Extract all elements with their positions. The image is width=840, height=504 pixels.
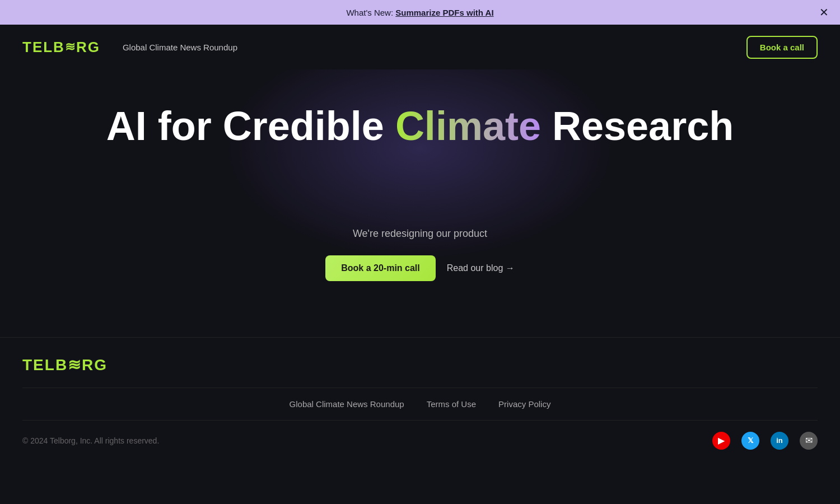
nav-link-roundup[interactable]: Global Climate News Roundup <box>123 43 237 52</box>
footer-link-privacy[interactable]: Privacy Policy <box>498 399 550 409</box>
hero-title-part2: Research <box>541 104 734 148</box>
hero-actions: Book a 20-min call Read our blog → <box>22 255 818 281</box>
hero-title: AI for Credible Climate Research <box>22 103 818 150</box>
logo-text-part1: TELB <box>22 39 65 56</box>
announcement-text: What's New: Summarize PDFs with AI <box>346 8 493 17</box>
email-icon[interactable]: ✉ <box>800 432 818 450</box>
logo-wave: ≋ <box>65 40 76 54</box>
hero-subtitle: We're redesigning our product <box>22 228 818 240</box>
book-20min-button[interactable]: Book a 20-min call <box>325 255 436 281</box>
footer-socials: ▶ 𝕏 in ✉ <box>712 432 818 450</box>
footer-links: Global Climate News Roundup Terms of Use… <box>22 388 818 420</box>
youtube-icon[interactable]: ▶ <box>712 432 730 450</box>
announcement-link[interactable]: Summarize PDFs with AI <box>395 8 493 17</box>
navbar-left: TELB≋RG Global Climate News Roundup <box>22 39 237 56</box>
twitter-icon[interactable]: 𝕏 <box>741 432 759 450</box>
read-blog-button[interactable]: Read our blog → <box>447 263 515 273</box>
footer: TELB≋RG Global Climate News Roundup Term… <box>0 337 840 461</box>
announcement-bar: What's New: Summarize PDFs with AI ✕ <box>0 0 840 25</box>
hero-title-part1: AI for Credible <box>106 104 395 148</box>
footer-bottom: © 2024 Telborg, Inc. All rights reserved… <box>22 420 818 461</box>
footer-logo[interactable]: TELB≋RG <box>22 338 818 388</box>
announcement-close-button[interactable]: ✕ <box>819 7 829 18</box>
linkedin-icon[interactable]: in <box>771 432 788 450</box>
logo-text-part2: RG <box>76 39 100 56</box>
hero-section: AI for Credible Climate Research We're r… <box>0 69 840 304</box>
footer-link-terms[interactable]: Terms of Use <box>427 399 476 409</box>
footer-logo-part1: TELB <box>22 356 68 374</box>
book-call-button[interactable]: Book a call <box>746 36 818 59</box>
footer-link-roundup[interactable]: Global Climate News Roundup <box>290 399 404 409</box>
hero-title-climate: Climate <box>395 104 541 148</box>
footer-logo-wave: ≋ <box>68 356 82 374</box>
navbar: TELB≋RG Global Climate News Roundup Book… <box>0 25 840 69</box>
footer-logo-part2: RG <box>82 356 108 374</box>
footer-copyright: © 2024 Telborg, Inc. All rights reserved… <box>22 436 159 445</box>
logo[interactable]: TELB≋RG <box>22 39 100 56</box>
